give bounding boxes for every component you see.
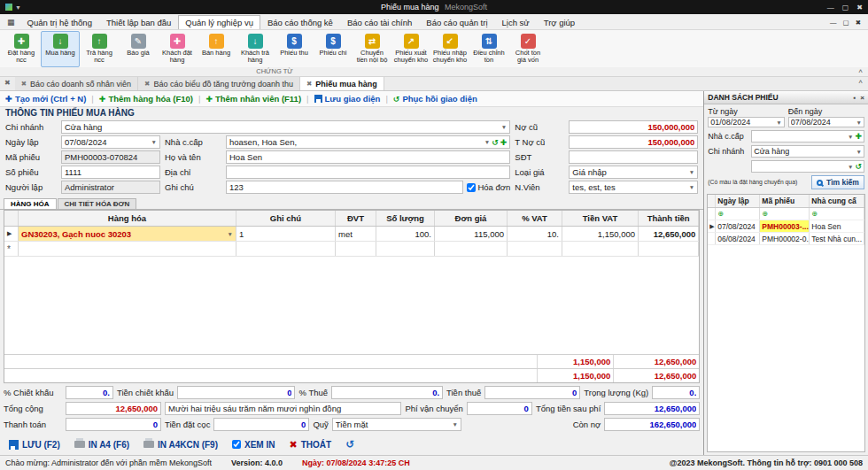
total-old-debt-field[interactable]: 150,000,000 xyxy=(569,135,698,149)
add-supplier-icon[interactable]: ✚ xyxy=(855,132,862,141)
chevron-down-icon[interactable]: ▼ xyxy=(848,134,853,140)
close-icon[interactable]: ✖ xyxy=(856,4,863,12)
panel-supplier-select[interactable]: ▼✚ xyxy=(751,130,864,143)
pin-icon[interactable]: ▪ xyxy=(853,94,856,102)
column-header-tien-vat[interactable]: Tiền VAT xyxy=(562,211,639,226)
mdi-close-icon[interactable]: ✖ xyxy=(856,19,861,27)
unit-cell[interactable]: met xyxy=(336,227,376,241)
close-tab-icon[interactable]: ✖ xyxy=(306,80,312,88)
invoice-checkbox[interactable]: Hóa đơn xyxy=(467,182,510,192)
creator-field[interactable]: Administrator xyxy=(61,181,160,194)
vat-percent-cell[interactable]: 10. xyxy=(508,227,562,241)
chevron-down-icon[interactable]: ▼ xyxy=(856,149,862,155)
ribbon-item-chot-ton-gia-von[interactable]: ✓Chốt tồn giá vốn xyxy=(508,31,547,67)
menu-tab-bao-cao-tai-chinh[interactable]: Báo cáo tài chính xyxy=(340,15,419,29)
chevron-down-icon[interactable]: ▼ xyxy=(776,119,781,126)
refresh-icon[interactable]: ↺ xyxy=(855,162,862,171)
filter-icon[interactable]: ⊕ xyxy=(811,210,818,218)
list-item[interactable]: ▶ 07/08/2024 PMH00003-... Hoa Sen xyxy=(708,220,864,233)
close-tab-icon[interactable]: ✖ xyxy=(144,80,150,88)
tab-hang-hoa[interactable]: HÀNG HÓA xyxy=(4,198,57,209)
filter-icon[interactable]: ⊕ xyxy=(717,210,724,218)
chevron-down-icon[interactable]: ▼ xyxy=(848,164,853,170)
list-item[interactable]: 06/08/2024 PMH00002-0... Test Nhà cun... xyxy=(708,233,864,245)
restore-layout-button[interactable]: ↺Phục hồi giao diện xyxy=(393,94,477,104)
column-header-hang-hoa[interactable]: Hàng hóa xyxy=(19,211,236,226)
ribbon-item-dat-hang-ncc[interactable]: ✚Đặt hàng ncc xyxy=(2,31,41,67)
payment-field[interactable]: 0 xyxy=(66,418,161,431)
address-field[interactable] xyxy=(226,166,510,179)
note-field[interactable]: 123 xyxy=(226,181,463,194)
panel-filter-row[interactable]: ⊕ ⊕ ⊕ xyxy=(708,208,864,220)
mdi-restore-icon[interactable]: ▢ xyxy=(843,19,849,27)
ribbon-item-mua-hang[interactable]: ↓Mua hàng xyxy=(41,31,80,67)
column-header-so-luong[interactable]: Số lượng xyxy=(376,211,435,226)
chevron-down-icon[interactable]: ▼ xyxy=(856,119,862,126)
column-header-don-gia[interactable]: Đơn giá xyxy=(435,211,508,226)
add-item-button[interactable]: ✚Thêm hàng hóa (F10) xyxy=(99,94,193,104)
close-all-tabs-icon[interactable]: ✖ xyxy=(0,77,15,90)
preview-checkbox[interactable]: XEM IN xyxy=(232,440,275,450)
menu-grid-icon[interactable]: ▦ xyxy=(2,18,20,29)
tabs-collapse-icon[interactable]: ˄ xyxy=(853,77,868,90)
filter-icon[interactable]: ⊕ xyxy=(762,210,768,218)
maximize-icon[interactable]: ▢ xyxy=(842,4,849,12)
line-total-cell[interactable]: 12,650,000 xyxy=(639,227,699,241)
discount-percent-field[interactable]: 0. xyxy=(66,386,113,399)
shipping-fee-field[interactable]: 0 xyxy=(467,402,532,415)
phone-field[interactable] xyxy=(569,150,698,164)
tab-chi-tiet-hoa-don[interactable]: CHI TIẾT HÓA ĐƠN xyxy=(58,198,137,209)
column-header-pct-vat[interactable]: % VAT xyxy=(508,211,562,226)
chevron-down-icon[interactable]: ▼ xyxy=(501,124,507,130)
panel-branch-select[interactable]: Cửa hàng▼ xyxy=(751,145,864,158)
undo-icon[interactable]: ↺ xyxy=(345,438,354,451)
menu-tab-quan-ly-nghiep-vu[interactable]: Quản lý nghiệp vụ xyxy=(178,15,260,29)
print-a4kcn-button[interactable]: IN A4KCN (F9) xyxy=(143,440,218,450)
ribbon-item-phieu-xuat-chuyen-kho[interactable]: ↗Phiếu xuất chuyển kho xyxy=(391,31,430,67)
discount-amount-field[interactable]: 0 xyxy=(177,386,295,399)
ribbon-item-khach-tra-hang[interactable]: ↓Khách trả hàng xyxy=(236,31,275,67)
employee-select[interactable]: tes, est, tes▼ xyxy=(569,181,698,194)
weight-field[interactable]: 0. xyxy=(652,386,700,399)
quantity-cell[interactable]: 100. xyxy=(376,227,435,241)
ribbon-item-bao-gia[interactable]: ✎Báo giá xyxy=(119,31,158,67)
doc-tab-bao-cao-doanh-so[interactable]: ✖Báo cáo doanh số nhân viên xyxy=(15,77,138,90)
menu-tab-quan-tri-he-thong[interactable]: Quản trị hệ thống xyxy=(20,15,99,29)
chevron-down-icon[interactable]: ▼ xyxy=(689,169,694,175)
save-button[interactable]: LƯU (F2) xyxy=(9,440,60,450)
tax-amount-field[interactable]: 0 xyxy=(484,386,580,399)
new-row[interactable]: * xyxy=(4,242,699,257)
add-supplier-icon[interactable]: ✚ xyxy=(500,138,508,147)
exit-button[interactable]: ✖THOÁT xyxy=(289,439,331,451)
tax-percent-field[interactable]: 0. xyxy=(331,386,443,399)
ribbon-item-phieu-thu[interactable]: $Phiếu thu xyxy=(275,31,314,67)
panel-employee-select[interactable]: ▼↺ xyxy=(751,160,864,173)
fund-select[interactable]: Tiền mặt▼ xyxy=(332,418,461,431)
print-a4-button[interactable]: IN A4 (F6) xyxy=(74,440,129,450)
menu-tab-lich-su[interactable]: Lịch sử xyxy=(495,15,537,29)
item-cell[interactable]: GN30203, Gạch nuoc 30203▼ xyxy=(19,227,236,241)
panel-column-ma-phieu[interactable]: Mã phiếu xyxy=(760,195,810,207)
panel-close-icon[interactable]: × xyxy=(860,94,864,102)
doc-tab-phieu-mua-hang[interactable]: ✖Phiếu mua hàng xyxy=(300,77,384,90)
panel-column-ncc[interactable]: Nhà cung cấ xyxy=(810,195,864,207)
chevron-down-icon[interactable]: ▼ xyxy=(484,139,490,145)
voucher-number-field[interactable]: 1111 xyxy=(61,166,160,179)
ribbon-item-ban-hang[interactable]: ↑Bán hàng xyxy=(197,31,236,67)
minimize-icon[interactable]: — xyxy=(827,4,834,12)
save-layout-button[interactable]: Lưu giao diện xyxy=(314,94,381,104)
menu-tab-tro-giup[interactable]: Trợ giúp xyxy=(537,15,582,29)
ribbon-item-dieu-chinh-ton[interactable]: ⇅Điều chỉnh tồn xyxy=(469,31,508,67)
doc-tab-bieu-do-tang-truong[interactable]: ✖Báo cáo biểu đồ tăng trưởng doanh thu xyxy=(138,77,300,90)
old-debt-field[interactable]: 150,000,000 xyxy=(569,120,698,134)
supplier-select[interactable]: hoasen, Hoa Sen,▼↺✚ xyxy=(226,135,510,149)
ribbon-collapse-icon[interactable]: ˄ xyxy=(858,67,863,75)
search-button[interactable]: Tìm kiếm xyxy=(811,175,864,189)
price-type-select[interactable]: Giá nhập▼ xyxy=(569,166,698,179)
close-tab-icon[interactable]: ✖ xyxy=(21,80,27,88)
branch-select[interactable]: Cửa hàng▼ xyxy=(61,120,510,134)
add-employee-button[interactable]: ✚Thêm nhân viên (F11) xyxy=(205,94,301,104)
note-cell[interactable]: 1 xyxy=(236,227,336,241)
voucher-code-field[interactable]: PMH00003-070824 xyxy=(61,150,160,164)
ribbon-item-chuyen-tien-noi-bo[interactable]: ⇄Chuyển tiền nội bộ xyxy=(353,31,391,67)
